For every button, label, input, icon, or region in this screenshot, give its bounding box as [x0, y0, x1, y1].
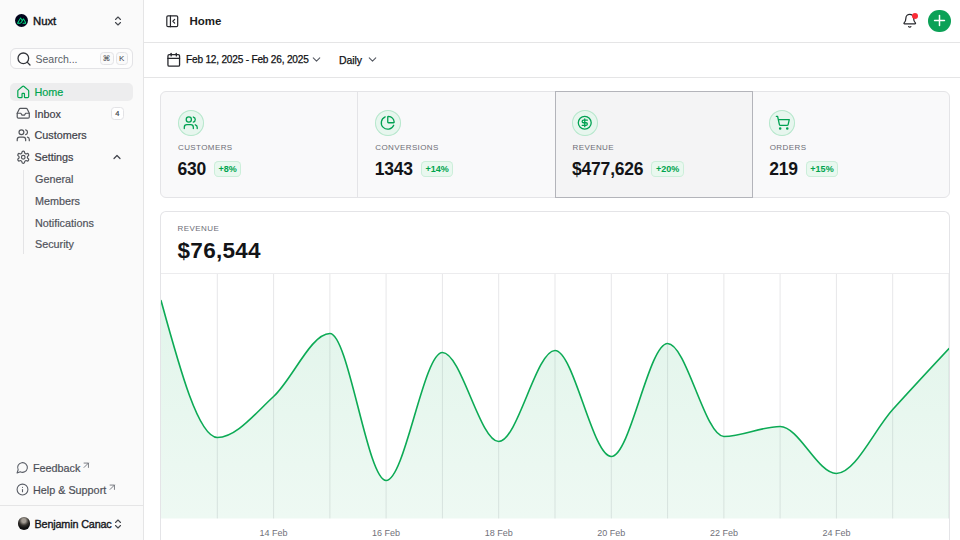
svg-text:14 Feb: 14 Feb — [260, 527, 288, 537]
svg-text:16 Feb: 16 Feb — [372, 527, 400, 537]
svg-text:24 Feb: 24 Feb — [822, 527, 850, 537]
svg-text:20 Feb: 20 Feb — [597, 527, 625, 537]
svg-text:22 Feb: 22 Feb — [710, 527, 738, 537]
svg-text:18 Feb: 18 Feb — [485, 527, 513, 537]
